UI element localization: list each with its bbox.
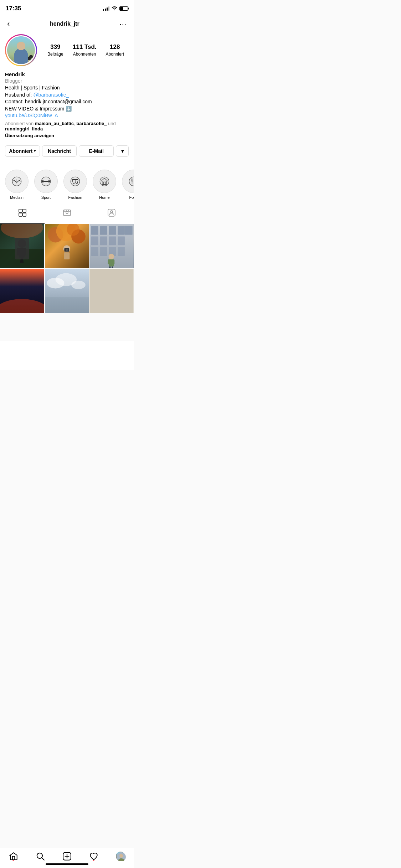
highlight-circle-home [93,170,116,193]
more-actions-button[interactable]: ▾ [116,145,129,157]
highlight-label-food: Food [129,195,134,200]
highlight-circle-sport [34,170,58,193]
followers-stat[interactable]: 111 Tsd. Abonnenten [73,43,97,57]
bio-url[interactable]: youtu.be/USlQ0NiBw_A [5,113,58,118]
highlight-food[interactable]: Food [122,170,134,200]
avatar-photo [7,36,35,64]
email-label: E-Mail [89,148,104,154]
svg-rect-46 [23,248,26,255]
message-button[interactable]: Nachricht [42,145,77,157]
highlight-label-medizin: Medizin [10,195,24,200]
highlight-medizin[interactable]: Medizin [5,170,29,200]
highlight-sport[interactable]: Sport [34,170,58,200]
avatar[interactable] [5,34,37,66]
bio-link-line[interactable]: youtu.be/USlQ0NiBw_A [5,112,129,119]
svg-rect-75 [113,259,115,264]
svg-rect-30 [23,209,26,212]
bio-line3: Contact: hendrik.jtr.contact@gmail.com [5,98,129,105]
wifi-icon [112,6,117,11]
following-count: 128 [106,43,124,51]
svg-rect-69 [100,247,107,256]
subscribe-button[interactable]: Abonniert ▾ [5,145,40,157]
bio-handle-link[interactable]: @barbarasofie_ [33,92,69,98]
follower2[interactable]: barbarasofie_ [76,121,107,126]
follower1[interactable]: maison_au_baltic [35,121,74,126]
svg-rect-54 [64,252,70,259]
subscribe-arrow-icon: ▾ [34,149,36,153]
followers-count: 111 Tsd. [73,43,97,51]
tab-reels[interactable] [45,204,89,224]
follower3[interactable]: runninggirl_linda [5,126,43,131]
more-options-button[interactable]: ··· [118,19,128,30]
svg-rect-68 [91,247,98,256]
profile-stats: 339 Beiträge 111 Tsd. Abonnenten 128 Abo… [43,43,129,57]
svg-rect-60 [100,226,107,235]
tagged-icon [107,208,116,219]
content-tabs [0,204,134,224]
status-bar: 17:35 [0,0,134,15]
posts-stat[interactable]: 339 Beiträge [47,43,63,57]
profile-username-header: hendrik_jtr [50,21,79,27]
signal-icon [103,6,109,11]
profile-section: 339 Beiträge 111 Tsd. Abonnenten 128 Abo… [0,34,134,167]
highlight-fashion[interactable]: Fashion [63,170,87,200]
grid-icon [18,208,27,219]
svg-rect-32 [23,213,26,216]
svg-rect-61 [109,226,116,235]
svg-rect-76 [109,267,111,268]
svg-line-10 [22,53,27,57]
action-buttons: Abonniert ▾ Nachricht E-Mail ▾ [5,145,129,157]
status-icons [103,6,128,11]
svg-rect-44 [19,248,25,258]
bio-line2: Husband of: @barbarasofie_ [5,92,129,99]
svg-rect-16 [48,180,50,182]
svg-rect-6 [20,58,22,61]
svg-point-9 [29,55,33,58]
svg-rect-31 [19,213,22,216]
svg-point-43 [17,239,26,248]
back-button[interactable]: ‹ [6,18,11,30]
photo-cell-3[interactable] [89,224,134,268]
svg-rect-62 [118,226,125,235]
following-stat[interactable]: 128 Abonniert [106,43,124,57]
highlight-circle-fashion [63,170,87,193]
photo-cell-2[interactable] [45,224,89,268]
photo-cell-6[interactable] [89,269,134,313]
followers-label: Abonnenten [73,52,96,57]
svg-rect-66 [109,237,116,246]
svg-rect-45 [17,248,20,255]
posts-label: Beiträge [47,52,63,57]
highlight-label-sport: Sport [41,195,51,200]
battery-icon [119,6,128,11]
photo-cell-4[interactable] [0,269,44,313]
highlight-circle-medizin [5,170,29,193]
svg-point-56 [66,249,68,251]
svg-point-40 [110,211,113,213]
svg-rect-42 [0,249,44,268]
following-label: Abonniert [106,52,124,57]
tab-grid[interactable] [0,204,45,224]
photo-cell-5[interactable] [45,269,89,313]
highlight-home[interactable]: Home [93,170,116,200]
svg-rect-84 [45,297,89,313]
photo-cell-1[interactable] [0,224,44,268]
svg-point-2 [19,46,25,52]
profile-top: 339 Beiträge 111 Tsd. Abonnenten 128 Abo… [5,34,129,66]
posts-count: 339 [47,43,63,51]
message-label: Nachricht [48,148,71,154]
svg-rect-15 [42,180,43,182]
svg-point-72 [109,254,114,259]
highlight-label-home: Home [99,195,109,200]
svg-rect-85 [89,269,134,313]
email-button[interactable]: E-Mail [79,145,114,157]
subscribe-label: Abonniert [9,148,32,154]
highlight-circle-food [122,170,134,193]
tab-tagged[interactable] [89,204,134,224]
svg-rect-74 [108,259,110,264]
status-time: 17:35 [6,5,21,12]
svg-point-83 [71,280,86,289]
translate-button[interactable]: Übersetzung anzeigen [5,133,129,138]
svg-rect-5 [23,52,25,57]
svg-rect-63 [125,226,133,235]
svg-rect-7 [22,58,24,61]
